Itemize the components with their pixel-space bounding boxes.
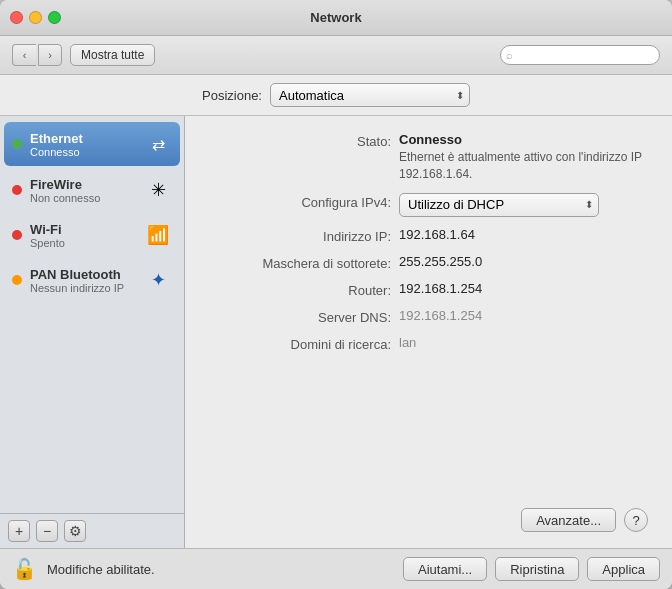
bottom-bar-text: Modifiche abilitate. [47, 562, 393, 577]
add-network-button[interactable]: + [8, 520, 30, 542]
configura-label: Configura IPv4: [209, 193, 399, 210]
sidebar: Ethernet Connesso ⇄ FireWire Non conness… [0, 116, 185, 548]
domains-value: lan [399, 335, 416, 350]
router-label: Router: [209, 281, 399, 298]
domains-label: Domini di ricerca: [209, 335, 399, 352]
sidebar-item-text-ethernet: Ethernet Connesso [30, 131, 136, 158]
wifi-icon: 📶 [144, 221, 172, 249]
minimize-button[interactable] [29, 11, 42, 24]
dns-row: Server DNS: 192.168.1.254 [209, 308, 648, 325]
show-all-button[interactable]: Mostra tutte [70, 44, 155, 66]
mask-row: Maschera di sottorete: 255.255.255.0 [209, 254, 648, 271]
sidebar-item-status-ethernet: Connesso [30, 146, 136, 158]
search-input[interactable] [500, 45, 660, 65]
main-content: Ethernet Connesso ⇄ FireWire Non conness… [0, 116, 672, 548]
detail-buttons: Avanzate... ? [209, 500, 648, 532]
close-button[interactable] [10, 11, 23, 24]
applica-button[interactable]: Applica [587, 557, 660, 581]
configura-select[interactable]: Utilizzo di DHCP Manuale BOOTP Solo coll… [399, 193, 599, 217]
window-title: Network [310, 10, 361, 25]
maximize-button[interactable] [48, 11, 61, 24]
sidebar-item-name-firewire: FireWire [30, 177, 136, 192]
bottom-bar: 🔓 Modifiche abilitate. Aiutami... Ripris… [0, 548, 672, 589]
sidebar-footer: + − ⚙ [0, 513, 184, 548]
ripristina-button[interactable]: Ripristina [495, 557, 579, 581]
stato-row: Stato: Connesso Ethernet è attualmente a… [209, 132, 648, 183]
nav-buttons: ‹ › [12, 44, 62, 66]
stato-value: Connesso [399, 132, 648, 147]
avanzate-button[interactable]: Avanzate... [521, 508, 616, 532]
sidebar-item-text-wifi: Wi-Fi Spento [30, 222, 136, 249]
bluetooth-icon: ✦ [144, 266, 172, 294]
domains-row: Domini di ricerca: lan [209, 335, 648, 352]
mask-label: Maschera di sottorete: [209, 254, 399, 271]
lock-icon[interactable]: 🔓 [12, 557, 37, 581]
status-dot-ethernet [12, 139, 22, 149]
window: Network ‹ › Mostra tutte ⌕ Posizione: Au… [0, 0, 672, 589]
search-box: ⌕ [500, 45, 660, 65]
position-select[interactable]: Automatica Modifica posizioni... [270, 83, 470, 107]
ip-label: Indirizzo IP: [209, 227, 399, 244]
sidebar-item-name-wifi: Wi-Fi [30, 222, 136, 237]
remove-network-button[interactable]: − [36, 520, 58, 542]
bottom-right-buttons: Aiutami... Ripristina Applica [403, 557, 660, 581]
configura-select-wrap: Utilizzo di DHCP Manuale BOOTP Solo coll… [399, 193, 599, 217]
sidebar-item-ethernet[interactable]: Ethernet Connesso ⇄ [4, 122, 180, 166]
sidebar-item-bluetooth[interactable]: PAN Bluetooth Nessun indirizzo IP ✦ [4, 258, 180, 302]
forward-button[interactable]: › [38, 44, 62, 66]
firewire-icon: ✳ [144, 176, 172, 204]
status-dot-wifi [12, 230, 22, 240]
help-button[interactable]: ? [624, 508, 648, 532]
stato-value-container: Connesso Ethernet è attualmente attivo c… [399, 132, 648, 183]
titlebar: Network [0, 0, 672, 36]
sidebar-item-text-bluetooth: PAN Bluetooth Nessun indirizzo IP [30, 267, 136, 294]
detail-section: Stato: Connesso Ethernet è attualmente a… [209, 132, 648, 492]
sidebar-item-text-firewire: FireWire Non connesso [30, 177, 136, 204]
sidebar-item-wifi[interactable]: Wi-Fi Spento 📶 [4, 213, 180, 257]
router-row: Router: 192.168.1.254 [209, 281, 648, 298]
dns-value: 192.168.1.254 [399, 308, 482, 323]
position-label: Posizione: [202, 88, 262, 103]
aiutami-button[interactable]: Aiutami... [403, 557, 487, 581]
sidebar-item-status-wifi: Spento [30, 237, 136, 249]
detail-panel: Stato: Connesso Ethernet è attualmente a… [185, 116, 672, 548]
router-value: 192.168.1.254 [399, 281, 482, 296]
sidebar-item-status-bluetooth: Nessun indirizzo IP [30, 282, 136, 294]
sidebar-item-name-bluetooth: PAN Bluetooth [30, 267, 136, 282]
sidebar-list: Ethernet Connesso ⇄ FireWire Non conness… [0, 116, 184, 513]
stato-description: Ethernet è attualmente attivo con l'indi… [399, 149, 648, 183]
sidebar-item-name-ethernet: Ethernet [30, 131, 136, 146]
traffic-lights [10, 11, 61, 24]
position-bar: Posizione: Automatica Modifica posizioni… [0, 75, 672, 116]
configura-row: Configura IPv4: Utilizzo di DHCP Manuale… [209, 193, 648, 217]
sidebar-item-status-firewire: Non connesso [30, 192, 136, 204]
mask-value: 255.255.255.0 [399, 254, 482, 269]
status-dot-firewire [12, 185, 22, 195]
back-button[interactable]: ‹ [12, 44, 36, 66]
status-dot-bluetooth [12, 275, 22, 285]
ip-row: Indirizzo IP: 192.168.1.64 [209, 227, 648, 244]
ip-value: 192.168.1.64 [399, 227, 475, 242]
dns-label: Server DNS: [209, 308, 399, 325]
search-icon: ⌕ [506, 49, 513, 61]
position-select-wrap: Automatica Modifica posizioni... ⬍ [270, 83, 470, 107]
ethernet-icon: ⇄ [144, 130, 172, 158]
stato-label: Stato: [209, 132, 399, 149]
sidebar-item-firewire[interactable]: FireWire Non connesso ✳ [4, 168, 180, 212]
toolbar: ‹ › Mostra tutte ⌕ [0, 36, 672, 75]
network-settings-button[interactable]: ⚙ [64, 520, 86, 542]
